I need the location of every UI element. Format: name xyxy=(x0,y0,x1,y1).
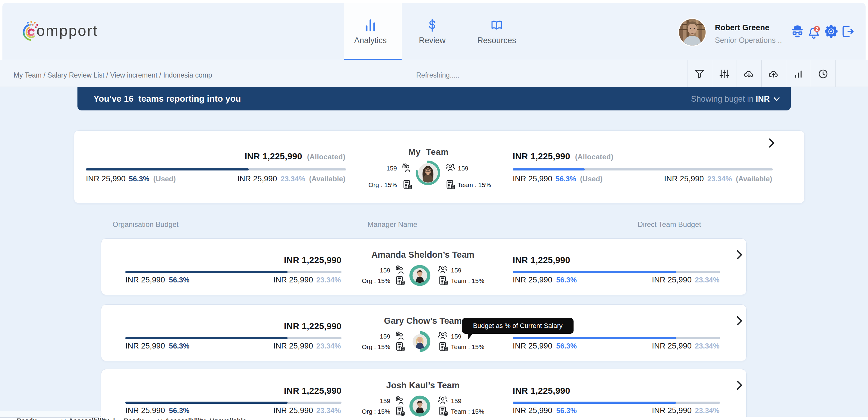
svg-text:2: 2 xyxy=(815,27,818,32)
